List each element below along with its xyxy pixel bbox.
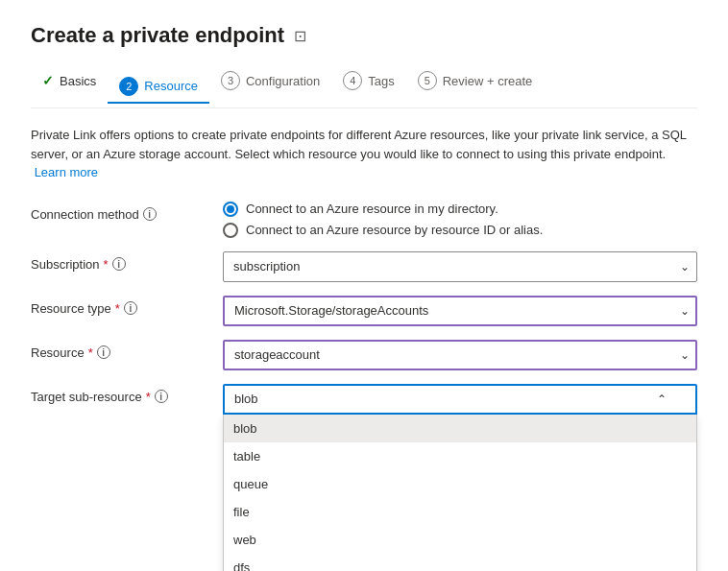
resource-type-label: Resource type * i (31, 296, 223, 316)
resource-row: Resource * i storageaccount ⌄ (31, 340, 697, 370)
target-sub-resource-list: blob table queue file web dfs (223, 415, 697, 572)
resource-info-icon[interactable]: i (97, 345, 110, 359)
page-title: Create a private endpoint (31, 23, 284, 48)
step-resource-num: 2 (119, 77, 138, 96)
connection-method-control: Connect to an Azure resource in my direc… (223, 202, 697, 238)
subscription-dropdown[interactable]: subscription (223, 251, 697, 282)
target-sub-resource-info-icon[interactable]: i (155, 390, 168, 403)
resource-control: storageaccount ⌄ (223, 340, 697, 370)
step-tags[interactable]: 4 Tags (331, 65, 405, 96)
subscription-row: Subscription * i subscription ⌄ (31, 251, 697, 282)
step-resource-label: Resource (144, 79, 198, 93)
radio-directory[interactable]: Connect to an Azure resource in my direc… (223, 202, 697, 217)
screen-icon: ⊡ (294, 27, 306, 45)
step-tags-num: 4 (343, 71, 362, 90)
step-configuration-label: Configuration (246, 74, 320, 88)
resource-type-dropdown[interactable]: Microsoft.Storage/storageAccounts (223, 296, 697, 326)
step-basics[interactable]: ✓ Basics (31, 67, 108, 94)
step-review-num: 5 (418, 71, 437, 90)
target-option-web[interactable]: web (224, 526, 696, 554)
page-container: Create a private endpoint ⊡ ✓ Basics 2 R… (0, 0, 728, 451)
target-option-file[interactable]: file (224, 498, 696, 526)
subscription-required: * (104, 257, 109, 272)
wizard-steps: ✓ Basics 2 Resource 3 Configuration 4 Ta… (31, 65, 697, 108)
radio-resource-id-circle[interactable] (223, 223, 238, 238)
form-section: Connection method i Connect to an Azure … (31, 202, 697, 428)
target-sub-resource-label: Target sub-resource * i (31, 384, 223, 404)
resource-dropdown[interactable]: storageaccount (223, 340, 697, 370)
step-configuration[interactable]: 3 Configuration (209, 65, 331, 96)
subscription-control: subscription ⌄ (223, 251, 697, 282)
resource-required: * (88, 345, 93, 360)
resource-type-info-icon[interactable]: i (124, 301, 137, 315)
target-sub-resource-chevron-up-icon: ⌃ (657, 393, 667, 406)
resource-label: Resource * i (31, 340, 223, 360)
target-option-dfs[interactable]: dfs (224, 554, 696, 572)
radio-resource-id-label: Connect to an Azure resource by resource… (246, 223, 543, 237)
page-title-row: Create a private endpoint ⊡ (31, 23, 697, 48)
target-sub-resource-required: * (146, 390, 151, 404)
target-sub-resource-row: Target sub-resource * i blob ⌃ blob tabl… (31, 384, 697, 415)
learn-more-link[interactable]: Learn more (35, 165, 98, 179)
connection-method-info-icon[interactable]: i (143, 207, 157, 221)
connection-method-row: Connection method i Connect to an Azure … (31, 202, 697, 238)
step-basics-label: Basics (60, 74, 96, 88)
radio-group-connection: Connect to an Azure resource in my direc… (223, 202, 697, 238)
subscription-info-icon[interactable]: i (112, 257, 126, 271)
resource-type-required: * (115, 301, 120, 316)
radio-directory-circle[interactable] (223, 202, 238, 217)
target-option-table[interactable]: table (224, 442, 696, 470)
step-tags-label: Tags (368, 74, 394, 88)
connection-method-label: Connection method i (31, 202, 223, 222)
check-icon: ✓ (42, 73, 54, 88)
radio-resource-id[interactable]: Connect to an Azure resource by resource… (223, 223, 697, 238)
step-configuration-num: 3 (221, 71, 240, 90)
step-resource[interactable]: 2 Resource (108, 71, 209, 104)
resource-type-control: Microsoft.Storage/storageAccounts ⌄ (223, 296, 697, 326)
target-option-blob[interactable]: blob (224, 415, 696, 442)
step-review[interactable]: 5 Review + create (406, 65, 545, 96)
target-option-queue[interactable]: queue (224, 470, 696, 498)
target-sub-resource-control: blob ⌃ blob table queue file (223, 384, 697, 415)
resource-type-row: Resource type * i Microsoft.Storage/stor… (31, 296, 697, 326)
step-review-label: Review + create (443, 74, 533, 88)
description-text: Private Link offers options to create pr… (31, 126, 697, 182)
radio-directory-label: Connect to an Azure resource in my direc… (246, 202, 498, 216)
subscription-label: Subscription * i (31, 251, 223, 272)
target-sub-resource-header[interactable]: blob ⌃ (223, 384, 697, 415)
